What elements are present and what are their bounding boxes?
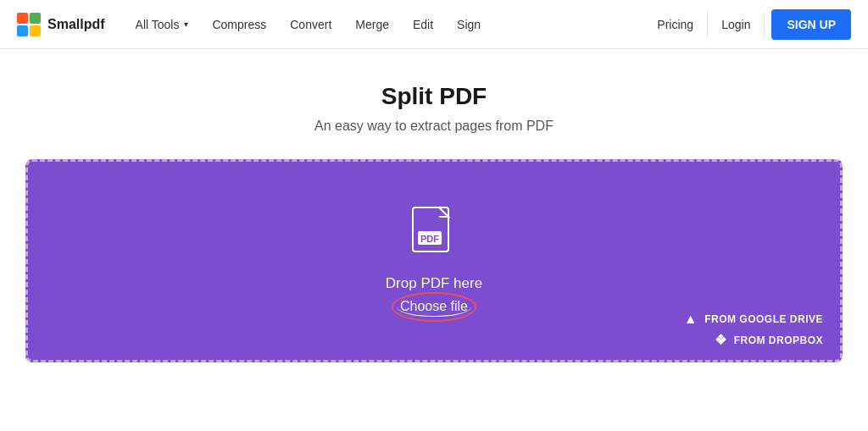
google-drive-button[interactable]: ▲ FROM GOOGLE DRIVE xyxy=(684,312,823,327)
nav-all-tools[interactable]: All Tools ▾ xyxy=(125,11,199,38)
nav-sign[interactable]: Sign xyxy=(447,11,491,38)
signup-button[interactable]: SIGN UP xyxy=(771,9,851,40)
svg-rect-1 xyxy=(30,13,41,24)
pdf-icon-wrap: PDF xyxy=(411,206,457,263)
google-drive-icon: ▲ xyxy=(684,312,698,327)
svg-rect-4 xyxy=(413,207,448,251)
page-title: Split PDF xyxy=(17,83,851,110)
logo-text: Smallpdf xyxy=(47,17,105,32)
dropbox-button[interactable]: ❖ FROM DROPBOX xyxy=(715,332,823,348)
svg-text:PDF: PDF xyxy=(420,234,439,244)
pdf-file-icon: PDF xyxy=(411,206,457,260)
nav-compress[interactable]: Compress xyxy=(202,11,276,38)
hero-section: Split PDF An easy way to extract pages f… xyxy=(0,49,868,159)
cloud-options: ▲ FROM GOOGLE DRIVE ❖ FROM DROPBOX xyxy=(684,312,823,348)
logo-icon xyxy=(17,13,41,36)
dropbox-icon: ❖ xyxy=(715,332,727,348)
logo[interactable]: Smallpdf xyxy=(17,13,105,36)
svg-rect-2 xyxy=(17,25,28,36)
drop-text: Drop PDF here xyxy=(386,275,482,292)
drop-zone-wrapper: PDF Drop PDF here Choose file ▲ FROM GOO… xyxy=(0,159,868,388)
navbar: Smallpdf All Tools ▾ Compress Convert Me… xyxy=(0,0,868,49)
nav-merge[interactable]: Merge xyxy=(345,11,399,38)
nav-links: All Tools ▾ Compress Convert Merge Edit … xyxy=(125,11,644,38)
hero-subtitle: An easy way to extract pages from PDF xyxy=(17,119,851,134)
svg-rect-0 xyxy=(17,13,28,24)
chevron-down-icon: ▾ xyxy=(184,19,188,29)
svg-rect-3 xyxy=(30,25,41,36)
nav-edit[interactable]: Edit xyxy=(403,11,443,38)
nav-convert[interactable]: Convert xyxy=(280,11,342,38)
login-button[interactable]: Login xyxy=(707,11,765,38)
nav-right: Pricing Login SIGN UP xyxy=(643,9,851,40)
choose-file-button[interactable]: Choose file xyxy=(397,297,471,317)
dropbox-label: FROM DROPBOX xyxy=(734,334,823,346)
pricing-link[interactable]: Pricing xyxy=(643,11,707,38)
google-drive-label: FROM GOOGLE DRIVE xyxy=(704,313,823,325)
drop-zone[interactable]: PDF Drop PDF here Choose file ▲ FROM GOO… xyxy=(25,159,843,362)
